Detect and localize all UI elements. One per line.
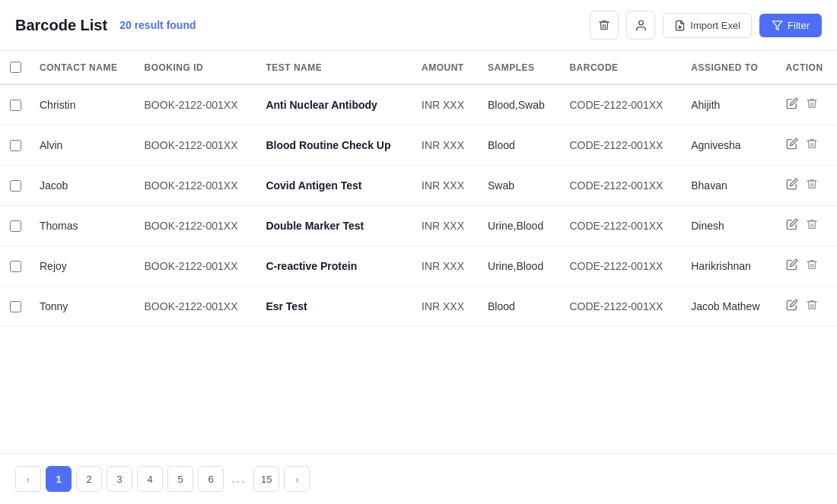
table-row: Tonny BOOK-2122-001XX Esr Test INR XXX B… xyxy=(0,287,837,327)
row-checkbox-cell xyxy=(0,206,30,246)
edit-icon-1[interactable] xyxy=(786,138,798,153)
row-barcode: CODE-2122-001XX xyxy=(560,166,682,206)
table-row: Alvin BOOK-2122-001XX Blood Routine Chec… xyxy=(0,125,837,166)
col-booking-id: BOOKING ID xyxy=(135,51,257,84)
page-btn-15[interactable]: 15 xyxy=(253,466,279,492)
row-action-cell xyxy=(777,166,837,206)
row-checkbox-3[interactable] xyxy=(10,220,21,232)
table-header-row: CONTACT NAME BOOKING ID TEST NAME AMOUNT… xyxy=(0,51,837,84)
row-assigned-to: Harikrishnan xyxy=(682,246,776,287)
row-barcode: CODE-2122-001XX xyxy=(560,287,682,327)
page-btn-1[interactable]: 1 xyxy=(46,466,72,492)
svg-marker-2 xyxy=(772,21,782,29)
row-contact: Alvin xyxy=(30,125,135,166)
row-samples: Blood xyxy=(479,125,560,166)
row-checkbox-cell xyxy=(0,287,30,327)
assign-button[interactable] xyxy=(626,11,655,40)
table-body: Christin BOOK-2122-001XX Anti Nuclear An… xyxy=(0,84,837,327)
row-booking-id: BOOK-2122-001XX xyxy=(135,166,257,206)
row-amount: INR XXX xyxy=(412,206,479,246)
row-assigned-to: Agnivesha xyxy=(682,125,776,166)
col-action: ACTION xyxy=(777,51,837,84)
delete-row-icon-0[interactable] xyxy=(806,97,818,113)
row-barcode: CODE-2122-001XX xyxy=(560,125,682,166)
delete-button[interactable] xyxy=(590,11,619,40)
row-action-cell xyxy=(777,246,837,287)
col-test-name: TEST NAME xyxy=(256,51,412,84)
page-btn-2[interactable]: 2 xyxy=(76,466,102,492)
row-contact: Christin xyxy=(30,84,135,125)
trash-icon xyxy=(598,19,610,31)
row-booking-id: BOOK-2122-001XX xyxy=(135,206,257,246)
row-checkbox-cell xyxy=(0,84,30,125)
edit-icon-5[interactable] xyxy=(786,299,798,314)
select-all-checkbox[interactable] xyxy=(10,62,21,73)
row-action-cell xyxy=(777,84,837,125)
col-barcode: BARCODE xyxy=(560,51,682,84)
result-count-text: result found xyxy=(135,19,196,31)
col-contact-name: CONTACT NAME xyxy=(30,51,135,84)
page-btn-4[interactable]: 4 xyxy=(137,466,163,492)
row-samples: Blood xyxy=(479,287,560,327)
row-test-name: Blood Routine Check Up xyxy=(256,125,412,166)
edit-icon-0[interactable] xyxy=(786,97,798,113)
row-action-cell xyxy=(777,287,837,327)
delete-row-icon-3[interactable] xyxy=(806,218,818,233)
row-checkbox-2[interactable] xyxy=(10,180,21,192)
row-contact: Jacob xyxy=(30,166,135,206)
page-title: Barcode List xyxy=(15,17,107,34)
delete-row-icon-2[interactable] xyxy=(806,178,818,193)
row-booking-id: BOOK-2122-001XX xyxy=(135,246,257,287)
row-amount: INR XXX xyxy=(412,287,479,327)
row-barcode: CODE-2122-001XX xyxy=(560,206,682,246)
row-contact: Tonny xyxy=(30,287,135,327)
col-checkbox xyxy=(0,51,30,84)
row-assigned-to: Dinesh xyxy=(682,206,776,246)
row-test-name: Double Marker Test xyxy=(256,206,412,246)
edit-icon-2[interactable] xyxy=(786,178,798,193)
row-checkbox-1[interactable] xyxy=(10,140,21,151)
row-checkbox-cell xyxy=(0,125,30,166)
row-samples: Urine,Blood xyxy=(479,246,560,287)
row-test-name: C-reactive Protein xyxy=(256,246,412,287)
page-btn-6[interactable]: 6 xyxy=(198,466,224,492)
row-amount: INR XXX xyxy=(412,125,479,166)
row-barcode: CODE-2122-001XX xyxy=(560,84,682,125)
filter-button[interactable]: Filter xyxy=(759,14,822,37)
next-page-button[interactable]: › xyxy=(284,466,310,492)
row-assigned-to: Jacob Mathew xyxy=(682,287,776,327)
row-assigned-to: Bhavan xyxy=(682,166,776,206)
delete-row-icon-4[interactable] xyxy=(806,258,818,274)
pagination: ‹ 1 2 3 4 5 6 ... 15 › xyxy=(0,453,837,504)
row-checkbox-4[interactable] xyxy=(10,261,21,272)
row-amount: INR XXX xyxy=(412,84,479,125)
row-checkbox-5[interactable] xyxy=(10,301,21,312)
delete-row-icon-5[interactable] xyxy=(806,299,818,314)
delete-row-icon-1[interactable] xyxy=(806,138,818,153)
row-amount: INR XXX xyxy=(412,246,479,287)
edit-icon-4[interactable] xyxy=(786,258,798,274)
row-samples: Swab xyxy=(479,166,560,206)
row-action-cell xyxy=(777,206,837,246)
row-contact: Thomas xyxy=(30,206,135,246)
filter-icon xyxy=(772,20,783,31)
page-btn-5[interactable]: 5 xyxy=(167,466,193,492)
result-count-number: 20 xyxy=(119,19,132,31)
header-actions: Import Exel Filter xyxy=(590,11,822,40)
page-btn-3[interactable]: 3 xyxy=(107,466,132,492)
row-booking-id: BOOK-2122-001XX xyxy=(135,84,257,125)
import-button[interactable]: Import Exel xyxy=(663,13,752,38)
result-count: 20 result found xyxy=(119,19,196,31)
barcode-table: CONTACT NAME BOOKING ID TEST NAME AMOUNT… xyxy=(0,51,837,327)
import-icon xyxy=(674,20,686,31)
edit-icon-3[interactable] xyxy=(786,218,798,233)
table-row: Christin BOOK-2122-001XX Anti Nuclear An… xyxy=(0,84,837,125)
row-action-cell xyxy=(777,125,837,166)
row-amount: INR XXX xyxy=(412,166,479,206)
prev-page-button[interactable]: ‹ xyxy=(15,466,41,492)
row-checkbox-cell xyxy=(0,246,30,287)
col-amount: AMOUNT xyxy=(412,51,479,84)
row-checkbox-cell xyxy=(0,166,30,206)
row-checkbox-0[interactable] xyxy=(10,100,21,111)
table-container: CONTACT NAME BOOKING ID TEST NAME AMOUNT… xyxy=(0,51,837,453)
